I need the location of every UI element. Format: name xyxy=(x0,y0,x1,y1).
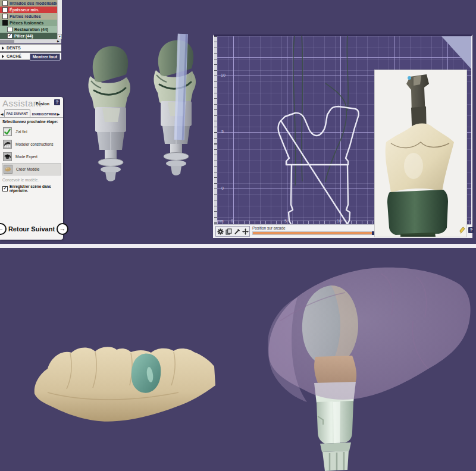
step-description: Concevoir le modèle. xyxy=(2,178,39,182)
layers-vertical-scrollbar[interactable]: ▼ xyxy=(57,0,62,39)
step-options: J'ai fini Modeler constructions Mode Exp… xyxy=(2,125,61,175)
layer-label: Restauration (44) xyxy=(14,27,48,32)
view-tools xyxy=(215,226,250,237)
layer-label: Parties réduites xyxy=(10,14,41,18)
show-all-button[interactable]: Montrer tout xyxy=(30,54,60,61)
save-scene-label: Enregistrer scène dans répertoire. xyxy=(10,184,63,193)
expand-arrow-icon xyxy=(2,46,4,50)
checkbox-filled[interactable] xyxy=(2,20,8,26)
y-axis-label: 5 xyxy=(221,130,224,134)
back-arrow-icon[interactable]: ← xyxy=(0,223,7,235)
checkbox-unchecked[interactable] xyxy=(2,14,8,19)
step-creer-modele[interactable]: Créer Modèle xyxy=(2,163,61,175)
create-model-icon xyxy=(4,165,12,174)
assistant-panel: Assistant Fusion ? ◀ PAS SUIVANT ENREGIS… xyxy=(0,97,63,240)
scan-photo-inset[interactable] xyxy=(374,70,467,237)
y-axis-label: 10 xyxy=(221,73,226,77)
assistant-tabbar: ◀ PAS SUIVANT ENREGISTREMENT ▶ xyxy=(0,109,63,118)
viewport-divider xyxy=(0,244,476,248)
tab-enregistrement[interactable]: ENREGISTREMENT xyxy=(30,111,57,117)
layer-label: Intrados des modélisations xyxy=(10,1,58,5)
expand-arrow-icon xyxy=(2,55,4,58)
checkbox-unchecked[interactable] xyxy=(7,27,12,32)
teeth-icon xyxy=(3,140,12,149)
x-axis-label: 10 xyxy=(337,219,342,223)
next-button[interactable]: Suivant xyxy=(31,225,55,233)
tab-pas-suivant[interactable]: PAS SUIVANT xyxy=(4,109,30,117)
help-icon[interactable]: ? xyxy=(468,227,474,233)
checkbox-checked[interactable] xyxy=(7,33,12,39)
layer-label: Pilier (44) xyxy=(14,34,33,38)
step-label: Mode Expert xyxy=(15,155,37,159)
scroll-down-icon[interactable]: ▼ xyxy=(58,34,62,39)
slider-fill xyxy=(253,232,372,234)
dental-cad-application: Intrados des modélisations Épaisseur min… xyxy=(0,0,476,471)
graduation-cap-icon xyxy=(3,152,12,161)
forward-arrow-icon[interactable]: → xyxy=(57,223,68,235)
layer-label: Épaisseur min. xyxy=(10,8,39,12)
move-icon[interactable] xyxy=(242,228,249,235)
bottom-3d-viewport[interactable] xyxy=(0,248,476,471)
gear-icon[interactable] xyxy=(217,228,224,235)
layer-row-pilier[interactable]: Pilier (44) xyxy=(0,33,58,39)
layer-row-pieces[interactable]: Pièces fusionnés xyxy=(0,20,58,26)
step-modeler-constructions[interactable]: Modeler constructions xyxy=(2,138,61,150)
layer-row-intrados[interactable]: Intrados des modélisations xyxy=(0,0,58,7)
section-label: DENTS xyxy=(7,46,21,50)
checkmark-icon xyxy=(3,127,12,136)
pencil-icon[interactable] xyxy=(459,227,467,234)
scrollbar-thumb[interactable] xyxy=(0,40,14,43)
step-finished[interactable]: J'ai fini xyxy=(2,125,61,138)
abutment-3d-render xyxy=(83,33,219,202)
step-mode-expert[interactable]: Mode Expert xyxy=(2,150,61,163)
tab-scroll-right-icon[interactable]: ▶ xyxy=(57,112,61,117)
section-label: CACHÉ xyxy=(7,54,21,58)
layers-panel: Intrados des modélisations Épaisseur min… xyxy=(0,0,61,39)
step-label: Créer Modèle xyxy=(16,167,39,171)
checkbox-unchecked[interactable] xyxy=(2,7,8,12)
layers-horizontal-scrollbar[interactable]: ▶ xyxy=(0,39,61,43)
unit-label: mm xyxy=(217,219,224,223)
slider-label: Position sur arcade xyxy=(252,226,286,230)
step-label: J'ai fini xyxy=(15,130,27,134)
save-scene-option[interactable]: Enregistrer scène dans répertoire. xyxy=(2,184,63,193)
checkbox-unchecked[interactable] xyxy=(2,1,8,6)
help-button[interactable]: ? xyxy=(54,99,60,105)
checkbox-checked[interactable] xyxy=(2,186,8,191)
step-label: Modeler constructions xyxy=(15,142,54,146)
x-axis-label: 0 xyxy=(231,219,233,223)
assistant-module-name: Fusion xyxy=(36,102,49,106)
section-dents[interactable]: DENTS xyxy=(0,44,61,52)
layer-row-parties[interactable]: Parties réduites xyxy=(0,13,58,20)
implant-gingiva-render xyxy=(261,258,475,471)
back-button[interactable]: Retour xyxy=(8,225,29,233)
layer-row-restauration[interactable]: Restauration (44) xyxy=(0,26,58,33)
wizard-navigation: ← Retour Suivant → xyxy=(0,223,63,235)
scanned-tooth-image xyxy=(375,70,466,237)
next-step-prompt: Sélectionnez prochaine étape: xyxy=(2,120,58,124)
section-cache[interactable]: CACHÉ Montrer tout xyxy=(0,52,61,60)
corner-tools: ? xyxy=(459,225,475,235)
layer-label: Pièces fusionnés xyxy=(10,21,43,25)
layers-icon[interactable] xyxy=(225,228,232,235)
y-axis-label: 0 xyxy=(221,186,224,190)
jaw-scan-render xyxy=(24,338,220,430)
tab-scroll-left-icon[interactable]: ◀ xyxy=(0,112,4,117)
picker-icon[interactable] xyxy=(233,228,240,235)
insertion-pin xyxy=(174,34,188,140)
layer-row-epaisseur[interactable]: Épaisseur min. xyxy=(0,7,58,13)
x-axis-label: 5 xyxy=(284,219,287,223)
scroll-right-icon[interactable]: ▶ xyxy=(56,39,61,43)
